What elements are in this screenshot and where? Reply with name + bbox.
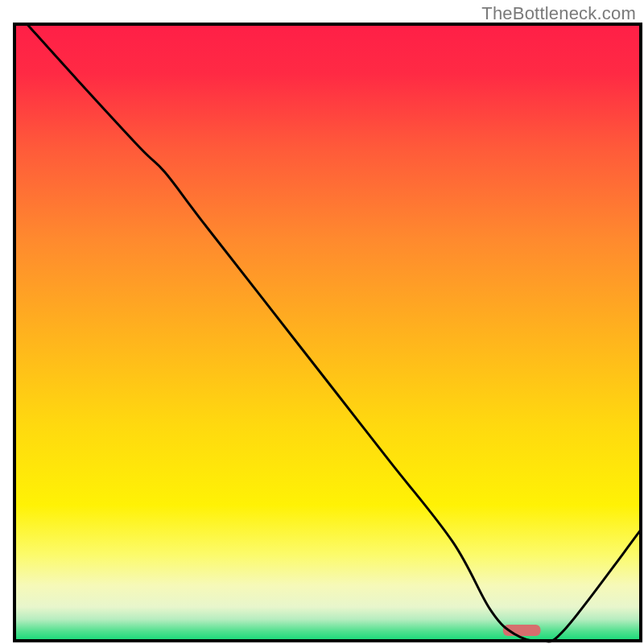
bottleneck-chart [0,0,644,644]
plot-background [14,24,641,641]
chart-container: { "attribution": "TheBottleneck.com", "c… [0,0,644,644]
